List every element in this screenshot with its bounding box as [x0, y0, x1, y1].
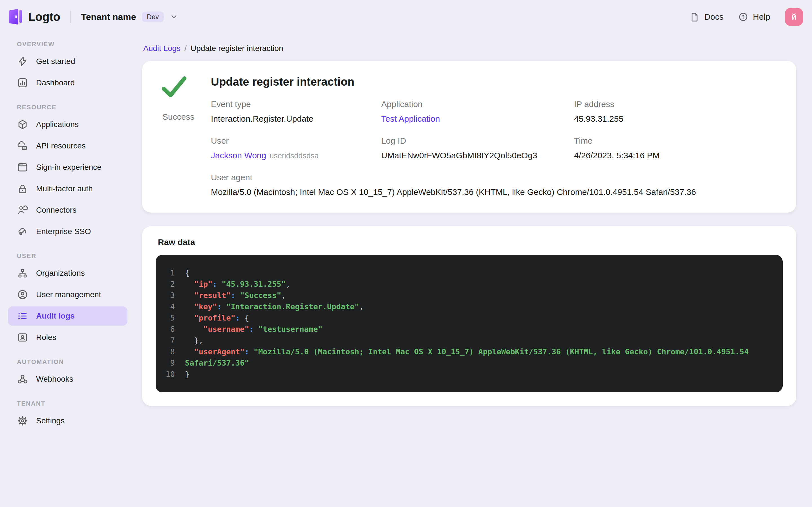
sidebar-item-api-resources[interactable]: API resources — [8, 136, 128, 156]
logto-console: Logto Tenant name Dev Docs ? Help — [0, 0, 812, 507]
connector-icon — [17, 205, 28, 216]
sidebar-item-get-started[interactable]: Get started — [8, 52, 128, 71]
field-label: Application — [381, 100, 574, 109]
sidebar-item-label: Applications — [36, 120, 79, 129]
tenant-switcher[interactable]: Tenant name Dev — [81, 11, 179, 22]
user-avatar[interactable]: й — [785, 8, 803, 26]
code-text: "userAgent": "Mozilla/5.0 (Macintosh; In… — [185, 346, 749, 357]
code-line: 2 "ip": "45.93.31.255", — [161, 279, 774, 290]
sidebar-item-label: Get started — [36, 57, 75, 66]
logto-logo-icon — [8, 8, 23, 25]
code-lines: 1{2 "ip": "45.93.31.255",3 "result": "Su… — [161, 267, 774, 380]
line-number: 4 — [161, 301, 175, 313]
sidebar-item-connectors[interactable]: Connectors — [8, 201, 128, 220]
field-value: 45.93.31.255 — [574, 114, 780, 124]
topbar-divider — [70, 11, 71, 23]
brand-wordmark: Logto — [28, 10, 60, 24]
field-value-text: Interaction.Register.Update — [211, 114, 313, 123]
code-text: Safari/537.36" — [185, 357, 249, 369]
topbar: Logto Tenant name Dev Docs ? Help — [0, 0, 812, 34]
page-title: Update register interaction — [211, 75, 780, 88]
sidebar-item-label: User management — [36, 290, 101, 299]
sidebar-section-resource: RESOURCEApplicationsAPI resourcesSign-in… — [0, 104, 135, 241]
sidebar-item-label: Sign-in experience — [36, 163, 101, 172]
field-user: UserJackson Wonguseridsddsdsa — [211, 136, 381, 160]
sidebar-item-label: Audit logs — [36, 312, 75, 321]
sidebar-section-title: AUTOMATION — [17, 358, 135, 365]
docs-label: Docs — [704, 12, 723, 22]
help-label: Help — [753, 12, 770, 22]
breadcrumb-current: Update register interaction — [191, 44, 283, 53]
line-number: 8 — [161, 346, 175, 357]
sidebar-item-settings[interactable]: Settings — [8, 411, 128, 431]
code-text: "username": "testusername" — [185, 324, 322, 335]
webhook-icon — [17, 374, 28, 385]
code-line: 10} — [161, 369, 774, 380]
gear-icon — [17, 415, 28, 427]
line-number: 9 — [161, 357, 175, 369]
success-check-icon — [161, 75, 187, 99]
sidebar-item-user-management[interactable]: User management — [8, 285, 128, 304]
tenant-name: Tenant name — [81, 12, 136, 22]
docs-button[interactable]: Docs — [690, 12, 723, 22]
raw-data-code-block: 1{2 "ip": "45.93.31.255",3 "result": "Su… — [156, 255, 783, 392]
field-value: Interaction.Register.Update — [211, 114, 381, 124]
sidebar-item-dashboard[interactable]: Dashboard — [8, 73, 128, 93]
sidebar-item-organizations[interactable]: Organizations — [8, 264, 128, 283]
field-ip-address: IP address45.93.31.255 — [574, 100, 780, 124]
field-value: Test Application — [381, 114, 574, 124]
sidebar-item-audit-logs[interactable]: Audit logs — [8, 306, 128, 326]
sidebar-item-sign-in-experience[interactable]: Sign-in experience — [8, 158, 128, 177]
detail-fields: Event typeInteraction.Register.UpdateApp… — [211, 100, 780, 160]
sidebar-item-label: Multi-factor auth — [36, 184, 93, 193]
field-value: Jackson Wonguseridsddsdsa — [211, 151, 381, 160]
sidebar-item-label: Enterprise SSO — [36, 227, 91, 236]
raw-data-title: Raw data — [158, 237, 783, 247]
sidebar-section-automation: AUTOMATIONWebhooks — [0, 358, 135, 389]
id-card-icon — [17, 332, 28, 343]
sidebar-section-tenant: TENANTSettings — [0, 400, 135, 431]
sidebar-item-multi-factor-auth[interactable]: Multi-factor auth — [8, 179, 128, 198]
sidebar-item-applications[interactable]: Applications — [8, 115, 128, 134]
help-button[interactable]: ? Help — [738, 12, 770, 22]
status-column: Success — [158, 75, 211, 197]
code-line: 9Safari/537.36" — [161, 357, 774, 369]
code-line: 7 }, — [161, 335, 774, 346]
sidebar-item-label: API resources — [36, 142, 86, 151]
detail-body: Update register interaction Event typeIn… — [211, 75, 780, 197]
code-text: "result": "Success", — [185, 290, 286, 301]
breadcrumb-separator: / — [185, 44, 187, 53]
cube-icon — [17, 119, 28, 130]
audit-list-icon — [17, 311, 28, 322]
sidebar-item-enterprise-sso[interactable]: Enterprise SSO — [8, 222, 128, 241]
sidebar-item-label: Connectors — [36, 206, 77, 215]
sidebar-section-title: RESOURCE — [17, 104, 135, 111]
sidebar-item-roles[interactable]: Roles — [8, 328, 128, 347]
code-text: }, — [185, 335, 203, 346]
field-label: Log ID — [381, 136, 574, 146]
user-link[interactable]: Jackson Wong — [211, 151, 266, 160]
code-line: 5 "profile": { — [161, 313, 774, 324]
line-number: 2 — [161, 279, 175, 290]
field-time: Time4/26/2023, 5:34:16 PM — [574, 136, 780, 160]
svg-text:?: ? — [742, 14, 745, 20]
status-label: Success — [162, 112, 194, 122]
audit-log-detail-card: Success Update register interaction Even… — [142, 61, 796, 213]
sidebar-item-webhooks[interactable]: Webhooks — [8, 370, 128, 389]
application-link[interactable]: Test Application — [381, 114, 440, 123]
field-value-text: 4/26/2023, 5:34:16 PM — [574, 151, 660, 160]
field-label: Event type — [211, 100, 381, 109]
code-line: 4 "key": "Interaction.Register.Update", — [161, 301, 774, 313]
line-number: 7 — [161, 335, 175, 346]
sidebar-section-title: USER — [17, 252, 135, 260]
breadcrumb-audit-logs-link[interactable]: Audit Logs — [143, 44, 181, 53]
sidebar-item-label: Dashboard — [36, 78, 75, 87]
code-line: 8 "userAgent": "Mozilla/5.0 (Macintosh; … — [161, 346, 774, 357]
line-number: 5 — [161, 313, 175, 324]
field-application: ApplicationTest Application — [381, 100, 574, 124]
field-label: Time — [574, 136, 780, 146]
field-log-id: Log IDUMatENw0rFWO5aGbMI8tY2Qol50eOg3 — [381, 136, 574, 160]
sidebar-section-overview: OVERVIEWGet startedDashboard — [0, 41, 135, 93]
field-label: User agent — [211, 173, 780, 182]
main-content: Audit Logs/Update register interaction S… — [135, 34, 812, 406]
